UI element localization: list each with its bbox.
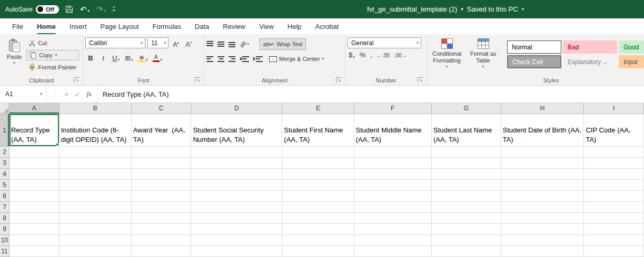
- tab-help[interactable]: Help: [281, 18, 309, 34]
- align-right-icon[interactable]: [229, 56, 235, 62]
- row-header-10[interactable]: 10: [0, 235, 9, 246]
- cell-I5[interactable]: [584, 180, 644, 191]
- cell-A8[interactable]: [9, 213, 60, 224]
- cell-A2[interactable]: [9, 147, 60, 158]
- tab-file[interactable]: File: [5, 18, 30, 34]
- cell-G6[interactable]: [432, 191, 501, 202]
- row-header-1[interactable]: 1: [0, 114, 9, 147]
- font-size-select[interactable]: 11 ▾: [147, 37, 169, 48]
- row-header-9[interactable]: 9: [0, 224, 9, 235]
- orientation-button[interactable]: ab ▾: [240, 41, 249, 47]
- cell-F3[interactable]: [354, 158, 432, 169]
- cell-H7[interactable]: [501, 202, 584, 213]
- cell-A10[interactable]: [9, 235, 60, 246]
- cell-H3[interactable]: [501, 158, 584, 169]
- cell-H5[interactable]: [501, 180, 584, 191]
- cell-C1[interactable]: Award Year (AA, TA): [132, 114, 192, 147]
- tab-acrobat[interactable]: Acrobat: [309, 18, 346, 34]
- quick-access-customize-button[interactable]: ▾: [113, 7, 115, 12]
- row-header-7[interactable]: 7: [0, 202, 9, 213]
- cell-C2[interactable]: [132, 147, 192, 158]
- percent-style-button[interactable]: %: [360, 52, 366, 59]
- column-header-B[interactable]: B: [60, 103, 132, 114]
- row-header-8[interactable]: 8: [0, 213, 9, 224]
- cell-H1[interactable]: Student Date of Birth (AA, TA): [501, 114, 584, 147]
- borders-button[interactable]: ⊞ ▾: [123, 51, 134, 62]
- cell-style-good[interactable]: Good: [619, 40, 644, 54]
- cell-C7[interactable]: [132, 202, 192, 213]
- fill-color-button[interactable]: ▾: [136, 51, 149, 62]
- comma-style-button[interactable]: ,: [370, 52, 372, 59]
- column-header-D[interactable]: D: [191, 103, 282, 114]
- cell-B8[interactable]: [60, 213, 132, 224]
- document-title[interactable]: fvt_ge_submittal_template (2) • Saved to…: [367, 0, 524, 18]
- cell-B6[interactable]: [60, 191, 132, 202]
- column-header-G[interactable]: G: [432, 103, 501, 114]
- formula-bar-drag-icon[interactable]: ⋮: [52, 91, 58, 98]
- underline-button[interactable]: U ▾: [111, 51, 121, 62]
- save-button[interactable]: [65, 5, 73, 13]
- tab-insert[interactable]: Insert: [63, 18, 94, 34]
- cell-E3[interactable]: [282, 158, 354, 169]
- tab-home[interactable]: Home: [30, 18, 63, 34]
- cell-E5[interactable]: [282, 180, 354, 191]
- insert-function-icon[interactable]: fx: [87, 90, 92, 98]
- cell-A1[interactable]: Record Type (AA, TA): [9, 114, 60, 147]
- cell-F11[interactable]: [354, 246, 432, 257]
- cell-F4[interactable]: [354, 169, 432, 180]
- cell-G2[interactable]: [432, 147, 501, 158]
- format-as-table-button[interactable]: Format as Table ▾: [465, 36, 501, 69]
- column-header-I[interactable]: I: [584, 103, 644, 114]
- cell-D5[interactable]: [191, 180, 282, 191]
- merge-center-button[interactable]: ↔ Merge & Center ▾: [267, 53, 326, 65]
- row-header-6[interactable]: 6: [0, 191, 9, 202]
- align-middle-icon[interactable]: [217, 41, 224, 47]
- grow-font-button[interactable]: A▴: [171, 37, 181, 48]
- cell-G7[interactable]: [432, 202, 501, 213]
- cell-style-bad[interactable]: Bad: [563, 40, 617, 54]
- cell-I4[interactable]: [584, 169, 644, 180]
- cell-E6[interactable]: [282, 191, 354, 202]
- cell-I11[interactable]: [584, 246, 644, 257]
- row-header-11[interactable]: 11: [0, 246, 9, 257]
- cell-C8[interactable]: [132, 213, 192, 224]
- cell-B10[interactable]: [60, 235, 132, 246]
- cell-A11[interactable]: [9, 246, 60, 257]
- tab-data[interactable]: Data: [188, 18, 216, 34]
- tab-formulas[interactable]: Formulas: [146, 18, 188, 34]
- cell-I3[interactable]: [584, 158, 644, 169]
- select-all-button[interactable]: [0, 103, 9, 114]
- bold-button[interactable]: B: [85, 51, 96, 62]
- cell-B1[interactable]: Institution Code (6-digit OPEID) (AA, TA…: [60, 114, 132, 147]
- cell-I10[interactable]: [584, 235, 644, 246]
- cell-D9[interactable]: [191, 224, 282, 235]
- autosave-pill[interactable]: Off: [36, 5, 59, 14]
- conditional-formatting-button[interactable]: Conditional Formatting ▾: [429, 36, 464, 69]
- cell-I9[interactable]: [584, 224, 644, 235]
- cell-I2[interactable]: [584, 147, 644, 158]
- cell-E2[interactable]: [282, 147, 354, 158]
- cell-E9[interactable]: [282, 224, 354, 235]
- increase-decimal-button[interactable]: ←.00: [377, 53, 390, 58]
- row-header-5[interactable]: 5: [0, 180, 9, 191]
- name-box[interactable]: A1 ▾: [0, 86, 46, 102]
- cell-E8[interactable]: [282, 213, 354, 224]
- cell-C5[interactable]: [132, 180, 192, 191]
- cell-D4[interactable]: [191, 169, 282, 180]
- cell-D2[interactable]: [191, 147, 282, 158]
- font-dialog-launcher-icon[interactable]: ↘: [195, 77, 201, 83]
- cell-H11[interactable]: [501, 246, 584, 257]
- cell-H6[interactable]: [501, 191, 584, 202]
- tab-page-layout[interactable]: Page Layout: [94, 18, 146, 34]
- format-painter-button[interactable]: Format Painter: [26, 62, 79, 73]
- cell-F5[interactable]: [354, 180, 432, 191]
- cut-button[interactable]: Cut: [26, 38, 79, 48]
- cell-D1[interactable]: Student Social Security Number (AA, TA): [191, 114, 282, 147]
- formula-input[interactable]: Record Type (AA, TA): [98, 86, 644, 102]
- column-header-H[interactable]: H: [501, 103, 584, 114]
- cell-A7[interactable]: [9, 202, 60, 213]
- cell-G4[interactable]: [432, 169, 501, 180]
- accounting-format-button[interactable]: $ ▾: [349, 52, 355, 59]
- row-header-4[interactable]: 4: [0, 169, 9, 180]
- cell-A4[interactable]: [9, 169, 60, 180]
